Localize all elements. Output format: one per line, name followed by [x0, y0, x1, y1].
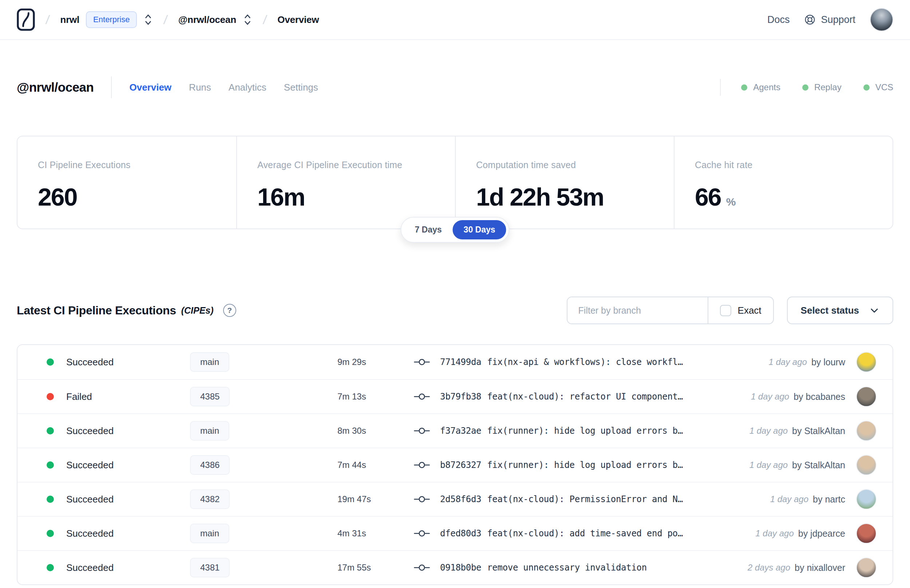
commit-hash: 771499da [440, 357, 481, 367]
exact-match-toggle[interactable]: Exact [708, 297, 773, 323]
commit-cell[interactable]: 0918b0beremove unnecessary invalidation [414, 562, 748, 573]
status-dot-icon [47, 496, 54, 503]
branch-filter-input[interactable] [567, 297, 708, 323]
commit-text: 771499dafix(nx-api & workflows): close w… [440, 357, 683, 367]
branch-badge[interactable]: 4382 [190, 489, 230, 509]
commit-text: dfed80d3feat(nx-cloud): add time-saved e… [440, 528, 683, 538]
cipe-status-cell: Succeeded [34, 460, 190, 471]
author-avatar[interactable] [856, 352, 876, 372]
status-label: Succeeded [66, 528, 113, 539]
nx-cloud-logo-icon[interactable] [17, 8, 35, 31]
time-ago-label: 1 day ago [755, 528, 794, 538]
workspace-selector[interactable]: @nrwl/ocean [178, 13, 252, 26]
git-commit-icon [414, 461, 430, 469]
author-label: by lourw [811, 357, 845, 367]
section-title-suffix: (CIPEs) [181, 305, 214, 316]
duration-label: 7m 44s [338, 460, 414, 470]
commit-cell[interactable]: b8726327fix(runner): hide log upload err… [414, 460, 750, 470]
status-dot-icon [47, 359, 54, 366]
cipe-status-cell: Succeeded [34, 425, 190, 437]
range-7-days[interactable]: 7 Days [404, 220, 453, 239]
status-label: Succeeded [66, 460, 113, 471]
commit-hash: b8726327 [440, 460, 481, 470]
status-dot-icon [47, 393, 54, 400]
breadcrumb-separator: / [163, 13, 168, 27]
cipe-row[interactable]: Succeeded 4381 17m 55s 0918b0beremove un… [18, 550, 892, 584]
commit-hash: 0918b0be [440, 562, 481, 573]
commit-cell[interactable]: f37a32aefix(runner): hide log upload err… [414, 426, 750, 436]
branch-badge[interactable]: main [190, 523, 230, 543]
time-ago-label: 2 days ago [748, 562, 790, 573]
cipe-row[interactable]: Failed 4385 7m 13s 3b79fb38feat(nx-cloud… [18, 379, 892, 414]
stat-label: Computation time saved [476, 160, 653, 170]
stat-ci-pipeline-executions: CI Pipeline Executions 260 [18, 136, 236, 228]
duration-label: 8m 30s [338, 426, 414, 436]
commit-text: 3b79fb38feat(nx-cloud): refactor UI comp… [440, 391, 683, 402]
tab-analytics[interactable]: Analytics [229, 82, 267, 93]
commit-cell[interactable]: dfed80d3feat(nx-cloud): add time-saved e… [414, 528, 755, 538]
time-ago-label: 1 day ago [750, 426, 788, 436]
feature-agents: Agents [741, 82, 781, 92]
author-avatar[interactable] [856, 421, 876, 441]
author-avatar[interactable] [856, 455, 876, 475]
support-label: Support [821, 14, 855, 26]
duration-label: 7m 13s [338, 391, 414, 402]
org-selector[interactable]: nrwl Enterprise [60, 11, 153, 28]
author-avatar[interactable] [856, 489, 876, 509]
branch-badge[interactable]: 4386 [190, 455, 230, 475]
support-link[interactable]: Support [804, 14, 855, 26]
cipe-row[interactable]: Succeeded main 9m 29s 771499dafix(nx-api… [18, 345, 892, 379]
exact-label: Exact [738, 305, 761, 316]
feature-label: VCS [875, 82, 893, 92]
user-avatar[interactable] [870, 8, 893, 31]
tab-runs[interactable]: Runs [189, 82, 211, 93]
cipe-meta-cell: 1 day ago by nartc [770, 489, 876, 509]
commit-cell[interactable]: 2d58f6d3feat(nx-cloud): PermissionError … [414, 494, 770, 504]
author-label: by StalkAltan [792, 460, 845, 470]
stat-value: 260 [38, 183, 77, 211]
branch-badge[interactable]: 4385 [190, 387, 230, 406]
current-page-crumb: Overview [277, 14, 319, 26]
stat-value: 1d 22h 53m [476, 183, 603, 211]
status-dot-icon [47, 530, 54, 537]
chevron-updown-icon[interactable] [243, 13, 252, 26]
tab-overview[interactable]: Overview [129, 82, 171, 93]
cipes-section-header: Latest CI Pipeline Executions (CIPEs) ? … [17, 297, 893, 324]
chevron-updown-icon[interactable] [144, 13, 153, 26]
exact-checkbox[interactable] [720, 305, 731, 316]
author-label: by StalkAltan [792, 426, 845, 436]
status-dot-icon [47, 461, 54, 468]
cipe-row[interactable]: Succeeded 4386 7m 44s b8726327fix(runner… [18, 447, 892, 482]
cipe-meta-cell: 1 day ago by jdpearce [755, 523, 876, 544]
author-avatar[interactable] [856, 557, 876, 578]
help-icon[interactable]: ? [223, 304, 236, 317]
range-30-days[interactable]: 30 Days [453, 220, 506, 239]
git-commit-icon [414, 530, 430, 538]
org-name: nrwl [60, 14, 79, 26]
git-commit-icon [414, 427, 430, 435]
cipe-row[interactable]: Succeeded 4382 19m 47s 2d58f6d3feat(nx-c… [18, 482, 892, 516]
commit-cell[interactable]: 771499dafix(nx-api & workflows): close w… [414, 357, 768, 367]
stat-value: 16m [257, 183, 305, 211]
git-commit-icon [414, 564, 430, 572]
author-avatar[interactable] [856, 523, 876, 544]
status-dot-icon [802, 84, 808, 90]
status-label: Succeeded [66, 357, 113, 368]
branch-badge[interactable]: main [190, 421, 230, 441]
cipe-row[interactable]: Succeeded main 8m 30s f37a32aefix(runner… [18, 414, 892, 447]
author-label: by nartc [813, 494, 845, 505]
cipe-meta-cell: 1 day ago by bcabanes [751, 386, 876, 407]
author-avatar[interactable] [856, 386, 876, 407]
cipe-row[interactable]: Succeeded main 4m 31s dfed80d3feat(nx-cl… [18, 516, 892, 550]
tab-settings[interactable]: Settings [284, 82, 318, 93]
status-select-dropdown[interactable]: Select status [787, 297, 893, 324]
docs-link[interactable]: Docs [767, 14, 790, 26]
branch-badge[interactable]: main [190, 352, 230, 372]
branch-badge[interactable]: 4381 [190, 558, 230, 577]
commit-message: fix(runner): hide log upload errors b… [487, 460, 683, 470]
feature-label: Replay [814, 82, 842, 92]
git-commit-icon [414, 358, 430, 366]
cipe-meta-cell: 2 days ago by nixallover [748, 557, 876, 578]
commit-cell[interactable]: 3b79fb38feat(nx-cloud): refactor UI comp… [414, 391, 751, 402]
status-label: Succeeded [66, 425, 113, 437]
